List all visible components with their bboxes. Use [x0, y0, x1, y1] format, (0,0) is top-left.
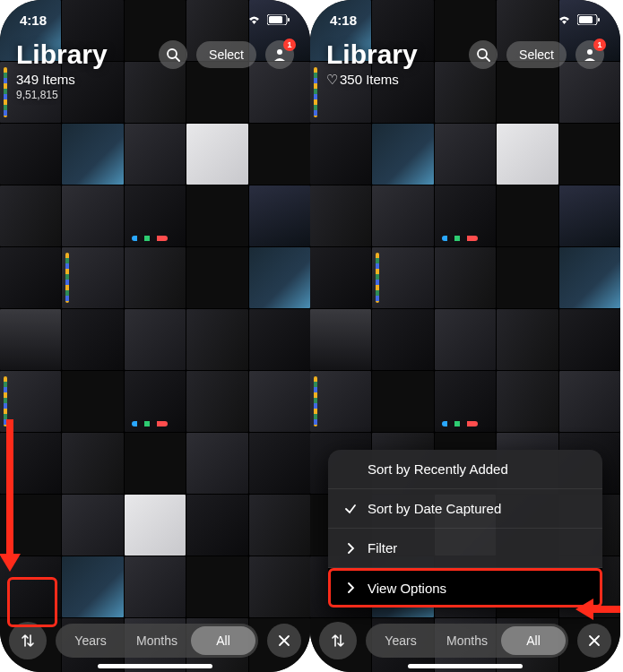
profile-button[interactable]: 1	[575, 40, 604, 69]
library-header: Library Select 1 349 Items 9,51,815	[0, 30, 310, 101]
wifi-icon	[557, 14, 572, 25]
tab-all[interactable]: All	[501, 626, 566, 655]
search-icon	[476, 47, 490, 62]
sort-context-menu: Sort by Recently Added Sort by Date Capt…	[328, 450, 602, 607]
sort-button[interactable]	[9, 622, 47, 659]
svg-rect-7	[579, 16, 593, 23]
menu-sort-date-captured[interactable]: Sort by Date Captured	[328, 489, 602, 529]
search-icon	[166, 47, 180, 62]
search-button[interactable]	[469, 40, 498, 69]
svg-rect-2	[288, 18, 290, 22]
page-title: Library	[326, 39, 418, 70]
svg-rect-1	[269, 16, 282, 23]
tab-years[interactable]: Years	[368, 626, 433, 655]
menu-filter[interactable]: Filter	[328, 529, 602, 568]
chevron-right-icon	[342, 582, 359, 593]
status-bar: 4:18	[310, 0, 620, 39]
close-button[interactable]	[267, 624, 301, 658]
svg-point-11	[587, 49, 593, 55]
left-screenshot: 4:18 Library Select 1	[0, 0, 310, 672]
chevron-right-icon	[342, 543, 359, 554]
profile-button[interactable]: 1	[265, 40, 294, 69]
menu-sort-recently-added[interactable]: Sort by Recently Added	[328, 450, 602, 489]
select-button[interactable]: Select	[196, 41, 256, 68]
home-indicator[interactable]	[408, 664, 523, 668]
sort-button[interactable]	[319, 622, 357, 659]
sub-count: 9,51,815	[16, 89, 294, 101]
close-button[interactable]	[577, 624, 611, 658]
tab-months[interactable]: Months	[435, 626, 499, 655]
right-screenshot: 4:18 Library Select 1	[310, 0, 620, 672]
close-icon	[278, 634, 290, 647]
checkmark-icon	[342, 503, 359, 515]
wifi-icon	[247, 14, 262, 25]
item-count: ♡350 Items	[326, 72, 604, 88]
view-segmented-control: Years Months All	[366, 624, 568, 658]
heart-icon: ♡	[326, 72, 338, 88]
svg-line-10	[486, 57, 489, 61]
sort-arrows-icon	[20, 633, 36, 649]
tab-months[interactable]: Months	[125, 626, 189, 655]
home-indicator[interactable]	[98, 664, 212, 668]
close-icon	[588, 634, 601, 647]
status-bar: 4:18	[0, 0, 310, 39]
notification-badge: 1	[283, 39, 296, 51]
svg-line-4	[176, 57, 179, 61]
status-time: 4:18	[20, 13, 47, 28]
menu-view-options[interactable]: View Options	[328, 568, 602, 607]
battery-icon	[577, 14, 601, 25]
bottom-toolbar: Years Months All	[310, 615, 620, 665]
sort-arrows-icon	[330, 633, 346, 649]
tab-years[interactable]: Years	[58, 626, 123, 655]
bottom-toolbar: Years Months All	[0, 615, 310, 665]
page-title: Library	[16, 39, 108, 70]
search-button[interactable]	[159, 40, 187, 69]
svg-point-5	[277, 49, 282, 55]
item-count: 349 Items	[16, 72, 294, 87]
notification-badge: 1	[593, 39, 606, 51]
select-button[interactable]: Select	[506, 41, 567, 68]
svg-rect-8	[598, 18, 600, 22]
view-segmented-control: Years Months All	[56, 624, 258, 658]
battery-icon	[267, 14, 290, 25]
tab-all[interactable]: All	[191, 626, 255, 655]
status-time: 4:18	[330, 13, 357, 28]
